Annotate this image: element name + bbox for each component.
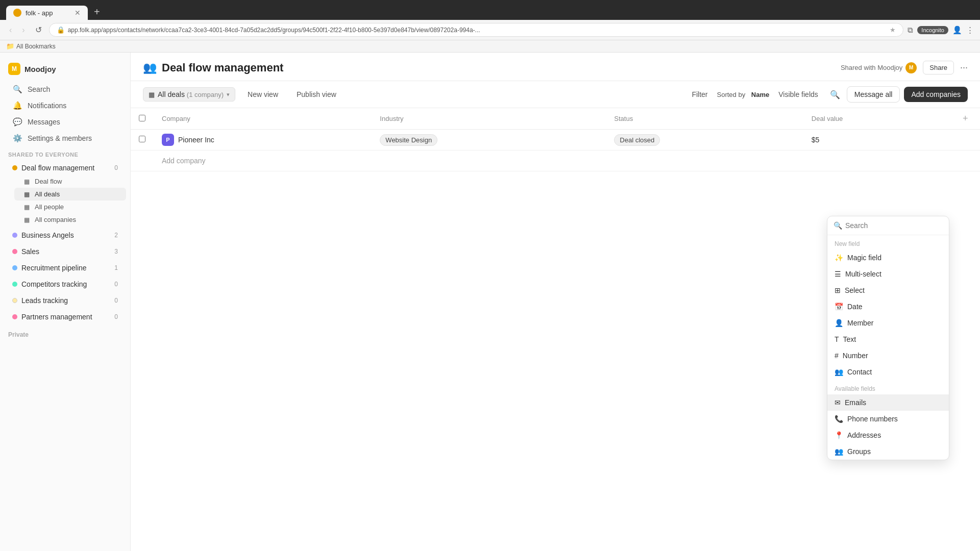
chat-icon: 💬 [12, 117, 22, 127]
brand-label: Moodjoy [24, 65, 56, 73]
sidebar-item-deal-flow[interactable]: ▦ Deal flow [14, 175, 126, 188]
sidebar-item-all-companies[interactable]: ▦ All companies [14, 213, 126, 226]
publish-view-btn[interactable]: Publish view [290, 88, 342, 101]
visible-fields-btn[interactable]: Visible fields [773, 88, 823, 101]
add-company-cell[interactable]: Add company [154, 151, 980, 171]
group-label-sales: Sales [21, 247, 39, 256]
group-business-angels: Business Angels 2 [0, 228, 130, 242]
available-fields-label: Available fields [827, 380, 949, 394]
group-header-partners[interactable]: Partners management 0 [4, 310, 126, 324]
field-type-date[interactable]: 📅 Date [827, 298, 949, 315]
select-icon: ⊞ [835, 286, 841, 294]
field-type-magic[interactable]: ✨ Magic field [827, 249, 949, 266]
sidebar: M Moodjoy 🔍 Search 🔔 Notifications 💬 Mes… [0, 53, 131, 551]
checkbox-header [131, 108, 154, 130]
available-field-phone[interactable]: 📞 Phone numbers [827, 411, 949, 427]
title-text: Deal flow management [162, 61, 283, 74]
notifications-label: Notifications [28, 102, 66, 110]
group-header-leads[interactable]: Leads tracking 0 [4, 293, 126, 308]
active-tab[interactable]: folk - app ✕ [6, 6, 88, 20]
add-companies-btn[interactable]: Add companies [904, 87, 968, 102]
new-view-btn[interactable]: New view [241, 88, 284, 101]
add-company-label: Add company [162, 157, 206, 165]
table-row[interactable]: P Pioneer Inc Website Design Deal closed… [131, 130, 980, 151]
new-tab-btn[interactable]: + [90, 4, 104, 20]
message-all-btn[interactable]: Message all [847, 86, 900, 103]
all-deals-view-label: All deals (1 company) [158, 90, 224, 98]
menu-icon[interactable]: ⋮ [966, 26, 974, 35]
forward-btn[interactable]: › [19, 23, 28, 37]
field-type-contact[interactable]: 👥 Contact [827, 364, 949, 380]
page-title: 👥 Deal flow management [143, 61, 283, 74]
add-column-header[interactable]: + [954, 108, 980, 130]
contact-icon: 👥 [835, 368, 843, 376]
sorted-by-text: Sorted by [717, 91, 746, 98]
browser-chrome: folk - app ✕ + [0, 0, 980, 20]
sidebar-item-messages[interactable]: 💬 Messages [4, 114, 126, 130]
group-label-deal-flow: Deal flow management [21, 164, 94, 172]
deal-value-cell: $5 [803, 130, 954, 151]
extensions-icon[interactable]: ⧉ [908, 26, 913, 35]
group-header-competitors[interactable]: Competitors tracking 0 [4, 277, 126, 291]
available-field-addresses[interactable]: 📍 Addresses [827, 427, 949, 443]
dropdown-search-input[interactable] [845, 221, 943, 230]
group-dot-competitors [12, 282, 17, 287]
industry-cell: Website Design [372, 130, 606, 151]
multi-select-icon: ☰ [835, 270, 841, 278]
sidebar-item-settings[interactable]: ⚙️ Settings & members [4, 130, 126, 146]
tab-title: folk - app [26, 9, 53, 17]
status-tag: Deal closed [614, 134, 660, 146]
table-header-row: Company Industry Status [131, 108, 980, 130]
group-label-leads: Leads tracking [21, 296, 68, 305]
all-deals-label: All deals [35, 190, 60, 198]
filter-btn[interactable]: Filter [687, 88, 713, 101]
available-field-emails[interactable]: ✉ Emails [827, 394, 949, 411]
browser-tabs: folk - app ✕ + [6, 4, 974, 20]
status-column-header: Status [606, 108, 803, 130]
field-type-select[interactable]: ⊞ Select [827, 282, 949, 298]
shared-avatar: M [905, 62, 917, 73]
group-header-recruitment[interactable]: Recruitment pipeline 1 [4, 261, 126, 275]
add-company-row[interactable]: Add company [131, 151, 980, 171]
sidebar-item-all-people[interactable]: ▦ All people [14, 201, 126, 213]
group-dot-deal-flow [12, 165, 17, 170]
group-header-deal-flow[interactable]: Deal flow management 0 [4, 161, 126, 175]
group-count-sales: 3 [114, 248, 118, 255]
available-field-groups[interactable]: 👥 Groups [827, 443, 949, 460]
grid-icon-all-deals: ▦ [22, 191, 31, 198]
sidebar-item-search[interactable]: 🔍 Search [4, 81, 126, 97]
back-btn[interactable]: ‹ [6, 23, 15, 37]
group-dot-business-angels [12, 233, 17, 238]
tab-close-btn[interactable]: ✕ [75, 9, 81, 17]
group-header-sales[interactable]: Sales 3 [4, 244, 126, 259]
view-toolbar: ▦ All deals (1 company) ▾ New view Publi… [131, 81, 980, 108]
industry-tag: Website Design [380, 134, 437, 146]
shared-badge: Shared with Moodjoy M [841, 62, 917, 73]
field-type-number[interactable]: # Number [827, 347, 949, 364]
brand-icon: M [8, 63, 20, 75]
more-options-btn[interactable]: ··· [960, 62, 968, 73]
field-type-member[interactable]: 👤 Member [827, 315, 949, 331]
field-type-multi-select[interactable]: ☰ Multi-select [827, 266, 949, 282]
phone-icon: 📞 [835, 415, 843, 423]
select-all-checkbox[interactable] [139, 115, 145, 121]
shared-section-label: Shared to everyone [0, 146, 130, 160]
group-count-competitors: 0 [114, 281, 118, 288]
sidebar-item-notifications[interactable]: 🔔 Notifications [4, 97, 126, 114]
sidebar-item-all-deals[interactable]: ▦ All deals [14, 188, 126, 201]
bookmarks-label: All Bookmarks [16, 43, 56, 50]
profile-icon[interactable]: 👤 [952, 26, 962, 35]
row-checkbox[interactable] [139, 136, 145, 142]
share-button[interactable]: Share [923, 61, 954, 74]
search-btn[interactable]: 🔍 [827, 87, 843, 102]
group-count-partners: 0 [114, 313, 118, 320]
group-competitors: Competitors tracking 0 [0, 277, 130, 291]
group-header-business-angels[interactable]: Business Angels 2 [4, 228, 126, 242]
row-checkbox-cell [131, 130, 154, 151]
field-type-text[interactable]: T Text [827, 331, 949, 347]
reload-btn[interactable]: ↺ [32, 23, 45, 37]
browser-toolbar: ‹ › ↺ 🔒 app.folk.app/apps/contacts/netwo… [0, 20, 980, 40]
all-deals-selector[interactable]: ▦ All deals (1 company) ▾ [143, 87, 235, 102]
address-bar[interactable]: 🔒 app.folk.app/apps/contacts/network/cca… [49, 23, 904, 37]
group-count-leads: 0 [114, 297, 118, 304]
